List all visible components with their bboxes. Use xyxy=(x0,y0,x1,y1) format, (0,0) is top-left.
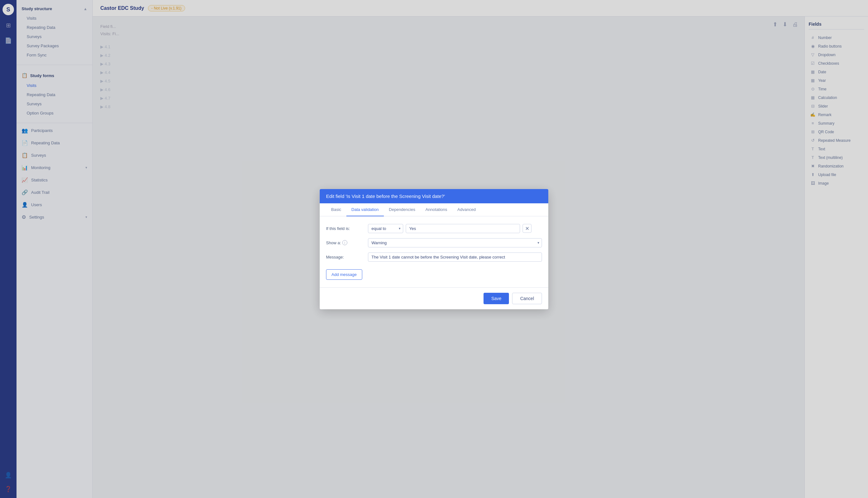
add-message-button[interactable]: Add message xyxy=(326,269,362,280)
tab-advanced[interactable]: Advanced xyxy=(452,203,481,216)
modal-body: If this field is: equal to not equal to … xyxy=(320,216,548,287)
remove-condition-button[interactable]: ✕ xyxy=(523,224,532,233)
message-input[interactable] xyxy=(368,252,542,262)
modal-header: Edit field 'Is Visit 1 date before the S… xyxy=(320,189,548,203)
condition-select[interactable]: equal to not equal to greater than less … xyxy=(368,224,403,233)
show-a-info-icon[interactable]: i xyxy=(342,240,347,245)
if-field-label: If this field is: xyxy=(326,226,364,231)
if-field-row: If this field is: equal to not equal to … xyxy=(326,224,542,233)
modal-overlay: Edit field 'Is Visit 1 date before the S… xyxy=(0,0,868,498)
warning-select-wrapper: Warning Error Information xyxy=(368,238,542,247)
message-controls xyxy=(368,252,542,262)
modal-title: Edit field 'Is Visit 1 date before the S… xyxy=(326,194,445,199)
tab-annotations[interactable]: Annotations xyxy=(420,203,452,216)
message-label: Message: xyxy=(326,255,364,260)
if-field-controls: equal to not equal to greater than less … xyxy=(368,224,542,233)
save-button[interactable]: Save xyxy=(484,293,509,304)
modal-footer: Save Cancel xyxy=(320,287,548,309)
show-a-label: Show a: i xyxy=(326,240,364,245)
show-a-row: Show a: i Warning Error Information xyxy=(326,238,542,247)
warning-select[interactable]: Warning Error Information xyxy=(368,238,542,247)
tab-dependencies[interactable]: Dependencies xyxy=(384,203,420,216)
modal-tabs: Basic Data validation Dependencies Annot… xyxy=(320,203,548,216)
show-a-controls: Warning Error Information xyxy=(368,238,542,247)
condition-value-input[interactable] xyxy=(406,224,520,233)
condition-select-wrapper: equal to not equal to greater than less … xyxy=(368,224,403,233)
tab-basic[interactable]: Basic xyxy=(326,203,346,216)
tab-data-validation[interactable]: Data validation xyxy=(346,203,384,216)
modal: Edit field 'Is Visit 1 date before the S… xyxy=(320,189,548,309)
cancel-button[interactable]: Cancel xyxy=(512,293,542,304)
message-row: Message: xyxy=(326,252,542,262)
